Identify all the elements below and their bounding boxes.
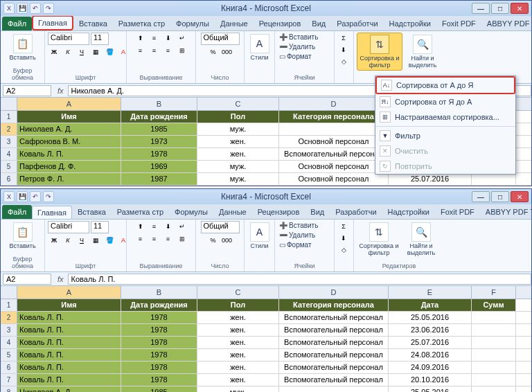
number-format-select[interactable]: Общий — [201, 33, 240, 45]
autosum-button[interactable]: Σ — [337, 33, 350, 44]
underline-button[interactable]: Ч — [76, 46, 88, 57]
tab-insert[interactable]: Вставка — [72, 205, 112, 219]
row-header[interactable]: 6 — [1, 362, 17, 373]
header-category[interactable]: Категория персонала — [279, 299, 389, 311]
font-size-select[interactable]: 11 — [91, 33, 109, 45]
header-name[interactable]: Имя — [17, 299, 121, 311]
cell-gender[interactable]: жен. — [197, 374, 279, 386]
tab-addins[interactable]: Надстройки — [384, 17, 436, 30]
paste-button[interactable]: 📋 Вставить — [3, 33, 42, 62]
number-format-select[interactable]: Общий — [201, 221, 240, 233]
cell-sum[interactable] — [472, 374, 516, 386]
close-button[interactable]: ✕ — [511, 191, 529, 202]
cell-name[interactable]: Коваль Л. П. — [17, 148, 121, 160]
cell-gender[interactable]: жен. — [197, 324, 279, 336]
cell-name[interactable]: Николаев А. Д. — [17, 123, 121, 135]
cell-gender[interactable]: муж. — [197, 161, 279, 172]
cell-date[interactable]: 25.07.2016 — [389, 173, 472, 185]
spreadsheet-grid[interactable]: A B C D E F 1 Имя Дата рождения Пол Кате… — [1, 286, 531, 392]
row-header[interactable]: 3 — [1, 136, 17, 148]
align-middle-button[interactable]: ≡ — [148, 221, 161, 232]
header-gender[interactable]: Пол — [197, 111, 279, 123]
cell-name[interactable]: Николаев А. Д. — [17, 386, 121, 392]
cell-dob[interactable]: 1973 — [121, 136, 197, 148]
col-header-e[interactable]: E — [389, 286, 472, 299]
cell-gender[interactable]: жен. — [197, 337, 279, 348]
tab-developer[interactable]: Разработчи — [331, 17, 383, 30]
cell-gender[interactable]: жен. — [197, 349, 279, 361]
insert-cells-button[interactable]: ➕Вставить — [278, 221, 331, 230]
cell-category[interactable]: Вспомогательный персонал — [279, 349, 389, 361]
reapply-item[interactable]: ↻ Повторить — [375, 159, 515, 174]
fill-color-button[interactable]: 🪣 — [103, 235, 116, 246]
save-icon[interactable]: 💾 — [17, 191, 28, 202]
tab-review[interactable]: Рецензиров — [254, 17, 307, 30]
cell-sum[interactable] — [472, 337, 516, 348]
cell-gender[interactable]: жен. — [197, 148, 279, 160]
select-all-corner[interactable] — [1, 286, 17, 299]
row-header[interactable]: 4 — [1, 337, 17, 348]
tab-page-layout[interactable]: Разметка стр — [113, 17, 170, 30]
cell-category[interactable]: Вспомогательный персонал — [279, 362, 389, 373]
col-header-c[interactable]: C — [197, 286, 279, 299]
align-center-button[interactable]: ≡ — [148, 45, 161, 56]
cell-category[interactable]: Вспомогательный персонал — [279, 374, 389, 386]
cell-category[interactable]: Вспомогательный персонал — [279, 337, 389, 348]
tab-file[interactable]: Файл — [2, 205, 32, 219]
tab-abbyy[interactable]: ABBYY PDF Tr — [480, 205, 532, 219]
align-right-button[interactable]: ≡ — [162, 233, 175, 244]
cell-gender[interactable]: муж. — [197, 173, 279, 185]
cell-date[interactable]: 25.07.2016 — [389, 337, 472, 348]
header-dob[interactable]: Дата рождения — [121, 299, 197, 311]
cell-date[interactable]: 24.08.2016 — [389, 349, 472, 361]
align-right-button[interactable]: ≡ — [162, 45, 175, 56]
cell-name[interactable]: Коваль Л. П. — [17, 324, 121, 336]
align-bottom-button[interactable]: ⬇ — [162, 33, 175, 44]
wrap-text-button[interactable]: ↵ — [176, 221, 188, 232]
tab-review[interactable]: Рецензиров — [252, 205, 305, 219]
cell-category[interactable] — [279, 123, 389, 135]
row-header[interactable]: 2 — [1, 123, 17, 135]
italic-button[interactable]: К — [62, 235, 74, 246]
clear-button[interactable]: ◇ — [337, 244, 350, 256]
italic-button[interactable]: К — [62, 46, 74, 57]
row-header[interactable]: 2 — [1, 312, 17, 323]
font-size-select[interactable]: 11 — [91, 221, 109, 233]
bold-button[interactable]: Ж — [48, 235, 60, 246]
cell-name[interactable]: Сафронова В. М. — [17, 136, 121, 148]
col-header-a[interactable]: A — [17, 98, 121, 110]
cell-category[interactable]: Основной персонал — [279, 173, 389, 185]
font-name-select[interactable]: Calibri — [48, 33, 89, 45]
cell-gender[interactable]: муж. — [197, 123, 279, 135]
tab-data[interactable]: Данные — [215, 17, 254, 30]
align-top-button[interactable]: ⬆ — [134, 33, 147, 44]
merge-button[interactable]: ⊞ — [176, 233, 188, 244]
merge-button[interactable]: ⊞ — [176, 45, 188, 56]
col-header-d[interactable]: D — [279, 286, 389, 299]
sort-az-item[interactable]: А↓ Сортировка от А до Я — [375, 76, 515, 94]
cell-dob[interactable]: 1978 — [121, 362, 197, 373]
cell-dob[interactable]: 1978 — [121, 312, 197, 323]
row-header-1[interactable]: 1 — [1, 111, 17, 123]
align-left-button[interactable]: ≡ — [134, 233, 147, 244]
cell-dob[interactable]: 1985 — [121, 123, 197, 135]
row-header[interactable]: 8 — [1, 386, 17, 392]
cell-name[interactable]: Петров Ф. Л. — [17, 173, 121, 185]
cell-gender[interactable]: жен. — [197, 136, 279, 148]
select-all-corner[interactable] — [1, 98, 17, 110]
header-gender[interactable]: Пол — [197, 299, 279, 311]
cell-date[interactable]: 23.06.2016 — [389, 324, 472, 336]
formula-input[interactable]: Коваль Л. П. — [68, 274, 531, 285]
close-button[interactable]: ✕ — [511, 3, 529, 14]
excel-icon[interactable]: X — [3, 191, 15, 202]
cell-dob[interactable]: 1987 — [121, 173, 197, 185]
clear-filter-item[interactable]: ✕ Очистить — [375, 143, 515, 159]
cell-gender[interactable]: муж. — [197, 386, 279, 392]
insert-cells-button[interactable]: ➕Вставить — [278, 33, 331, 42]
align-center-button[interactable]: ≡ — [148, 233, 161, 244]
tab-view[interactable]: Вид — [305, 205, 330, 219]
tab-data[interactable]: Данные — [213, 205, 252, 219]
cell-sum[interactable] — [472, 386, 516, 392]
cell-date[interactable]: 20.10.2016 — [389, 374, 472, 386]
minimize-button[interactable]: — — [472, 3, 490, 14]
